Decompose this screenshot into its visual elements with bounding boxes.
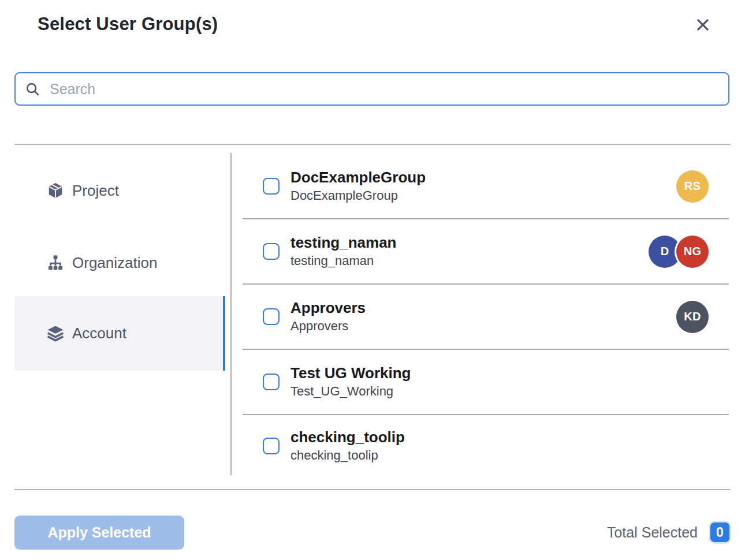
group-row-approvers: Approvers Approvers KD [243,285,729,350]
rail-divider [230,153,232,475]
group-checkbox[interactable] [263,243,280,260]
group-row-test-ug-working: Test UG Working Test_UG_Working [243,350,729,415]
group-name: Test UG Working [290,364,411,383]
tab-account[interactable]: Account [14,296,225,371]
group-row-docexamplegroup: DocExampleGroup DocExampleGroup RS [243,154,729,219]
group-checkbox[interactable] [263,374,280,390]
total-selected: Total Selected 0 [607,522,729,542]
search-input[interactable] [50,81,719,98]
tab-label: Project [72,182,119,200]
avatar-group: KD [676,301,709,333]
group-name: Approvers [290,298,366,318]
tab-project[interactable]: Project [14,172,225,209]
tab-organization[interactable]: Organization [14,244,225,281]
avatar-group: RS [676,170,709,203]
total-selected-count-badge: 0 [710,522,729,542]
group-checkbox[interactable] [263,178,280,195]
header-divider [14,144,731,145]
avatar-kd: KD [676,301,709,333]
dialog-title: Select User Group(s) [38,14,218,35]
group-description: Approvers [290,318,366,335]
group-row-testing-naman: testing_naman testing_naman DNG [243,219,729,285]
group-description: testing_naman [290,252,397,270]
group-description: DocExampleGroup [290,187,426,204]
avatar-group: DNG [649,236,709,268]
group-row-checking-toolip: checking_toolip checking_toolip [243,415,729,476]
search-box [14,72,729,106]
group-name: DocExampleGroup [290,168,426,187]
close-button[interactable] [693,15,713,35]
close-icon [694,16,712,33]
tab-label: Organization [72,254,157,272]
search-icon [25,81,40,97]
group-checkbox[interactable] [263,308,280,325]
org-chart-icon [46,254,65,271]
tab-label: Account [72,324,126,342]
layers-icon [46,324,65,343]
group-description: Test_UG_Working [290,383,411,400]
group-name: checking_toolip [290,428,405,447]
avatar-ng: NG [676,236,709,268]
group-checkbox[interactable] [263,438,280,454]
group-list: DocExampleGroup DocExampleGroup RS testi… [243,154,729,476]
cube-icon [46,182,65,199]
group-name: testing_naman [290,233,397,252]
avatar-rs: RS [676,170,709,203]
total-selected-label: Total Selected [607,524,698,541]
group-description: checking_toolip [290,447,405,464]
apply-selected-button[interactable]: Apply Selected [14,516,184,550]
select-user-groups-dialog: Select User Group(s) Project [0,0,745,560]
footer-divider [14,489,731,490]
